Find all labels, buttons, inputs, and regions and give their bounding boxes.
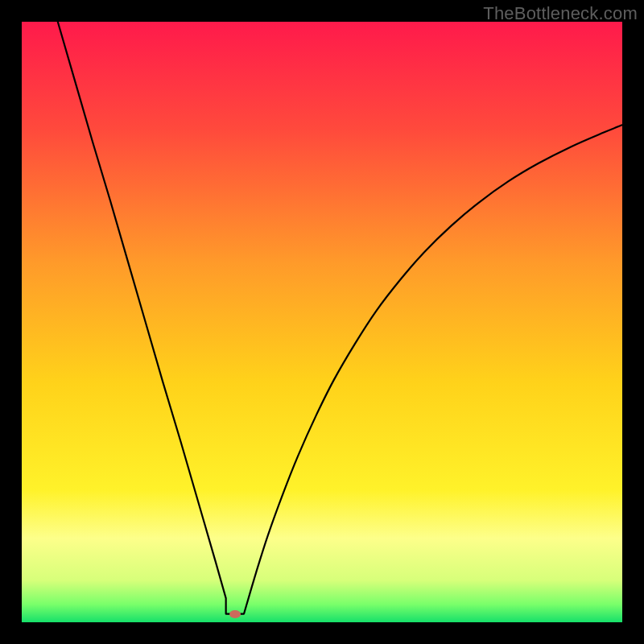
plot-area (22, 22, 622, 622)
bottleneck-curve (22, 22, 622, 622)
chart-frame: TheBottleneck.com (0, 0, 644, 644)
